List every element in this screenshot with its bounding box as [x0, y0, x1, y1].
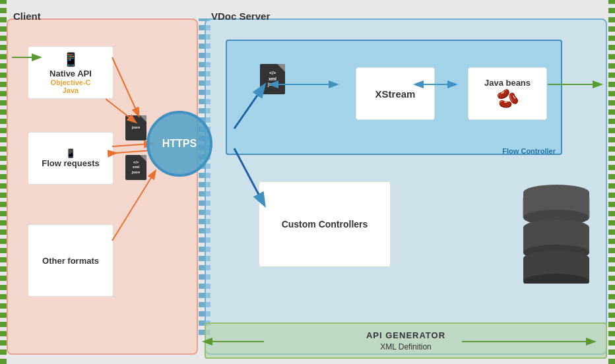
flow-requests-title: Flow requests — [42, 158, 99, 168]
bottom-section: API GENERATOR XML Definition — [205, 322, 607, 359]
client-label: Client — [13, 11, 41, 22]
xmljson-doc-text: </>xmljson — [132, 160, 140, 175]
lang1-label: Objective-C — [50, 78, 90, 86]
database-container — [520, 178, 593, 284]
java-beans-label: Java beans — [484, 78, 531, 88]
phone-icon: 📱 — [63, 51, 79, 67]
custom-controllers-label: Custom Controllers — [282, 219, 368, 229]
custom-controllers-box: Custom Controllers — [259, 181, 391, 267]
flow-requests-box: 📱 Flow requests — [28, 132, 113, 185]
diagram-container: Client 📱 Native API Objective-C Java 📱 F… — [0, 0, 615, 364]
flow-controller-label: Flow Controller — [502, 147, 556, 155]
xstream-label: XStream — [375, 88, 416, 100]
other-formats-title: Other formats — [42, 256, 99, 266]
vdoc-label: VDoc Server — [211, 11, 270, 22]
left-border — [0, 0, 7, 364]
https-label: HTTPS — [162, 138, 197, 150]
api-generator-label: API GENERATOR — [366, 330, 445, 340]
xml-definition-label: XML Definition — [380, 342, 432, 351]
xmljson-doc: </>xmljson — [260, 64, 285, 94]
json-doc-text: json — [132, 125, 140, 130]
https-circle: HTTPS — [146, 111, 212, 177]
native-api-box: 📱 Native API Objective-C Java — [28, 46, 113, 99]
flow-phone-icon: 📱 — [65, 148, 76, 158]
other-formats-box: Other formats — [28, 224, 113, 297]
client-section: Client 📱 Native API Objective-C Java 📱 F… — [7, 18, 198, 355]
flow-controller-box: Flow Controller </>xmljson XStream Java … — [226, 40, 562, 155]
float-doc-json: json — [125, 115, 146, 140]
native-api-title: Native API — [49, 69, 92, 78]
flow-doc-text: </>xmljson — [268, 71, 277, 87]
java-beans-box: Java beans 🫘 — [468, 67, 547, 120]
db-cylinders-svg — [520, 178, 593, 284]
bean-icon: 🫘 — [496, 88, 519, 109]
right-border — [608, 0, 615, 364]
db-stack — [520, 178, 593, 284]
lang2-label: Java — [63, 86, 79, 94]
float-doc-xmljson: </>xmljson — [125, 155, 146, 180]
xstream-box: XStream — [356, 67, 435, 120]
vdoc-section: VDoc Server Flow Controller </>xmljson X… — [205, 18, 607, 355]
